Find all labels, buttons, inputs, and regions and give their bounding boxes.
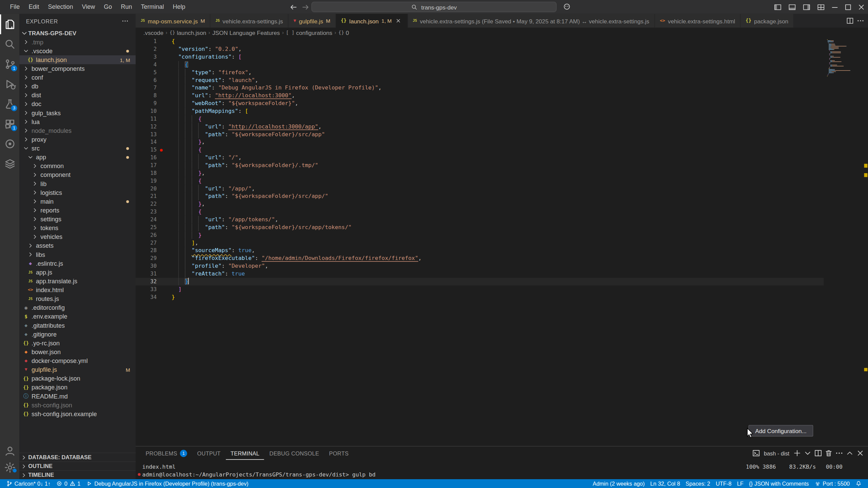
status-problems[interactable]: 01 — [53, 479, 83, 488]
copilot-icon[interactable] — [563, 2, 571, 11]
panel-tab-output[interactable]: OUTPUT — [193, 447, 225, 460]
code-line-26[interactable]: 26} — [136, 231, 824, 239]
folder-component[interactable]: component — [19, 170, 136, 179]
file-readme-md[interactable]: ⓘREADME.md — [19, 392, 136, 401]
file-docker-compose-yml[interactable]: ◆docker-compose.yml — [19, 356, 136, 365]
kill-terminal-icon[interactable] — [824, 449, 833, 458]
folder-gulp-tasks[interactable]: gulp_tasks — [19, 108, 136, 117]
tab-vehicle-extra-settings-js-file-saved[interactable]: JSvehicle.extra-settings.js (File Saved … — [408, 14, 655, 28]
terminal-picker-icon[interactable] — [803, 449, 812, 458]
folder-dist[interactable]: dist — [19, 91, 136, 100]
file-yo-rc-json[interactable]: {}.yo-rc.json — [19, 339, 136, 347]
file-bower-json[interactable]: ◆bower.json — [19, 347, 136, 356]
activity-source-control[interactable]: 1 — [0, 54, 19, 74]
status-encoding[interactable]: UTF-8 — [713, 479, 734, 488]
code-line-20[interactable]: 20"url": "/app/", — [136, 185, 824, 192]
folder-vehicles[interactable]: vehicles — [19, 232, 136, 241]
activity-containers[interactable] — [0, 154, 19, 174]
activity-settings[interactable] — [0, 459, 19, 476]
code-line-9[interactable]: 9"webRoot": "${workspaceFolder}", — [136, 100, 824, 107]
minimap[interactable] — [827, 39, 860, 77]
file-app-translate-js[interactable]: JSapp.translate.js — [19, 277, 136, 285]
tab-launch-json[interactable]: {}launch.json1, M — [336, 14, 408, 28]
folder-settings[interactable]: settings — [19, 215, 136, 223]
menu-terminal[interactable]: Terminal — [136, 0, 168, 14]
code-line-29[interactable]: 29"firefoxExecutable": "/home/admin/Down… — [136, 255, 824, 262]
status-live-server-port[interactable]: Port : 5500 — [812, 479, 853, 488]
menu-go[interactable]: Go — [99, 0, 116, 14]
status-eol[interactable]: LF — [734, 479, 746, 488]
folder-src[interactable]: src — [19, 144, 136, 152]
status-notifications[interactable] — [852, 479, 865, 488]
folder-lib[interactable]: lib — [19, 179, 136, 188]
file-gitignore[interactable]: ◆.gitignore — [19, 330, 136, 339]
file-index-html[interactable]: <>index.html — [19, 285, 136, 294]
breadcrumb-vscode[interactable]: .vscode — [143, 29, 163, 36]
file-routes-js[interactable]: JSroutes.js — [19, 294, 136, 303]
new-terminal-icon[interactable] — [793, 449, 802, 458]
code-line-6[interactable]: 6"request": "launch", — [136, 76, 824, 84]
close-panel-icon[interactable] — [856, 449, 865, 458]
breadcrumb-0[interactable]: {}0 — [338, 29, 349, 36]
status-indentation[interactable]: Spaces: 2 — [683, 479, 713, 488]
folder-proxy[interactable]: proxy — [19, 135, 136, 144]
activity-accounts[interactable] — [0, 443, 19, 459]
menu-view[interactable]: View — [78, 0, 100, 14]
file-app-js[interactable]: JSapp.js — [19, 268, 136, 277]
section-database[interactable]: DATABASE: DATABASE — [19, 453, 136, 462]
folder-conf[interactable]: conf — [19, 73, 136, 82]
code-line-28[interactable]: 28"sourceMaps": true, — [136, 247, 824, 255]
toggle-primary-sidebar-icon[interactable] — [773, 2, 782, 11]
activity-run-and-debug[interactable] — [0, 74, 19, 94]
more-actions-icon[interactable] — [856, 17, 865, 25]
code-line-8[interactable]: 8"url": "http://localhost:3000", — [136, 92, 824, 100]
panel-tab-debug-console[interactable]: DEBUG CONSOLE — [265, 447, 323, 460]
folder-libs[interactable]: libs — [19, 250, 136, 259]
breadcrumb-configurations[interactable]: [ ]configurations — [286, 29, 332, 36]
panel-tab-ports[interactable]: PORTS — [325, 447, 353, 460]
activity-extension-view-circle[interactable] — [0, 134, 19, 154]
folder-app[interactable]: app — [19, 153, 136, 162]
code-line-24[interactable]: 24"url": "/app/tokens/", — [136, 216, 824, 224]
menu-edit[interactable]: Edit — [24, 0, 43, 14]
terminal-instance-label[interactable]: bash - dist — [762, 450, 791, 456]
code-line-3[interactable]: 3"configurations": [ — [136, 53, 824, 61]
search-input[interactable]: trans-gps-dev — [311, 2, 556, 12]
activity-search[interactable] — [0, 34, 19, 54]
file-eslintrc-js[interactable]: ◆.eslintrc.js — [19, 259, 136, 268]
code-line-4[interactable]: 4{ — [136, 61, 824, 69]
status-language-mode[interactable]: {}JSON with Comments — [746, 479, 812, 488]
code-line-16[interactable]: 16"url": "/", — [136, 154, 824, 162]
code-line-34[interactable]: 34} — [136, 293, 824, 301]
file-launch-json[interactable]: {}launch.json1, M — [19, 55, 136, 64]
code-line-31[interactable]: 31"reAttach": true — [136, 270, 824, 278]
status-git-branch[interactable]: Carlcon*0↓ 1↑ — [3, 479, 53, 488]
code-line-32[interactable]: 32} — [136, 278, 824, 286]
section-outline[interactable]: OUTLINE — [19, 462, 136, 470]
code-line-21[interactable]: 21"path": "${workspaceFolder}/src/app/" — [136, 192, 824, 200]
code-line-25[interactable]: 25"path": "${workspaceFolder}/src/app/to… — [136, 224, 824, 231]
tab-package-json[interactable]: {}package.json — [741, 14, 794, 28]
back-icon[interactable] — [289, 2, 298, 11]
toggle-panel-icon[interactable] — [788, 2, 796, 11]
code-line-19[interactable]: 19{ — [136, 177, 824, 185]
status-cursor-position[interactable]: Ln 32, Col 8 — [648, 479, 683, 488]
toggle-secondary-sidebar-icon[interactable] — [802, 2, 811, 11]
file-ssh-config-json[interactable]: {}ssh-config.json — [19, 401, 136, 409]
code-line-5[interactable]: 5"type": "firefox", — [136, 68, 824, 76]
code-line-13[interactable]: 13"path": "${workspaceFolder}/src/app" — [136, 130, 824, 138]
file-env-example[interactable]: $.env.example — [19, 312, 136, 321]
menu-run[interactable]: Run — [116, 0, 136, 14]
folder-reports[interactable]: reports — [19, 206, 136, 215]
folder-lua[interactable]: lua — [19, 117, 136, 126]
folder-tokens[interactable]: tokens — [19, 224, 136, 232]
code-line-14[interactable]: 14}, — [136, 138, 824, 146]
split-editor-icon[interactable] — [846, 17, 854, 25]
folder-vscode[interactable]: .vscode — [19, 46, 136, 55]
activity-testing[interactable]: 3 — [0, 94, 19, 114]
terminal-content[interactable]: index.html100% 3886 83.2KB/s 00:00admin@… — [136, 460, 868, 479]
status-gitlens-blame[interactable]: Admin (2 weeks ago) — [590, 479, 648, 488]
explorer-more-actions-icon[interactable] — [121, 17, 129, 25]
tab-map-osm-service-js[interactable]: JSmap-osm.service.jsM — [136, 14, 211, 28]
code-line-1[interactable]: 1{ — [136, 38, 824, 45]
